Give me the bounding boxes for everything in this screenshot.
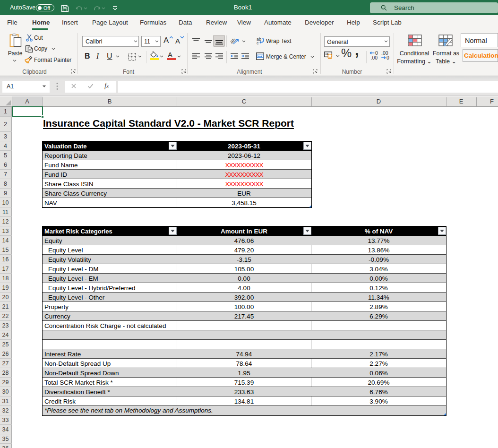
svg-text:ab: ab	[230, 36, 237, 44]
svg-text:c: c	[257, 41, 259, 45]
svg-text:.00: .00	[371, 55, 378, 60]
svg-text:0: 0	[386, 55, 389, 60]
